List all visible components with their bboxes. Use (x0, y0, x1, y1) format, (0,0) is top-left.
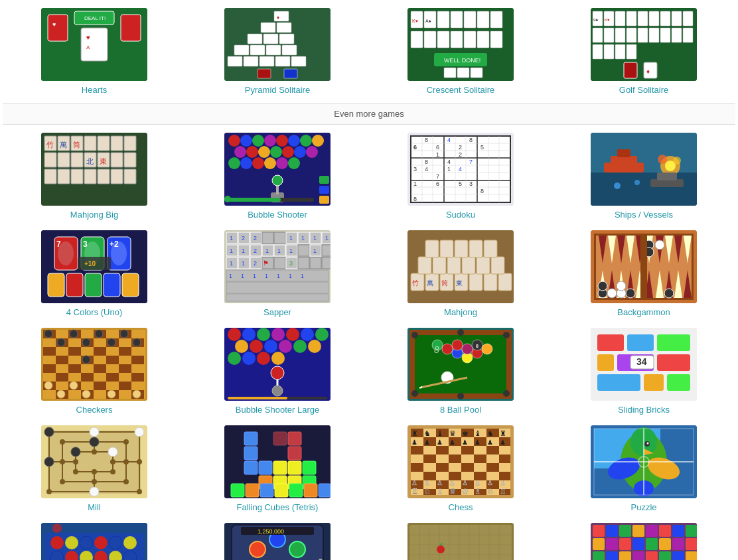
svg-point-586 (50, 536, 64, 549)
svg-rect-37 (411, 31, 423, 48)
svg-rect-338 (68, 347, 81, 356)
svg-rect-33 (451, 11, 463, 28)
svg-point-460 (137, 459, 142, 464)
svg-text:3: 3 (83, 240, 88, 249)
game-card-crescent[interactable]: WELL DONE! K♥ A♠ Crescent Solitaire (369, 3, 552, 100)
svg-text:1: 1 (241, 273, 244, 279)
svg-text:1: 1 (436, 151, 439, 158)
svg-text:♟: ♟ (475, 439, 480, 446)
game-card-8ball[interactable]: 8 8 8 Ball Pool (369, 322, 552, 420)
svg-text:2: 2 (254, 235, 257, 242)
svg-rect-663 (646, 525, 658, 537)
svg-point-423 (503, 390, 510, 397)
game-card-sliding[interactable]: 34 Sliding Bricks (552, 322, 735, 420)
svg-rect-669 (619, 538, 631, 550)
game-card-bricks[interactable]: Bricks (552, 518, 735, 560)
game-card-sapper[interactable]: 1 2 2 1 1 1 1 1 (186, 225, 369, 322)
game-card-hearts[interactable]: ♥ ♥ A DEAL IT! Hearts (3, 3, 186, 100)
game-card-backgammon[interactable]: Backgammon (552, 225, 735, 322)
svg-point-410 (482, 344, 492, 354)
game-card-falling[interactable]: Falling Cubes (Tetris) (186, 420, 369, 518)
game-label-4colors: 4 Colors (Uno) (66, 307, 123, 317)
game-card-mahjong[interactable]: 竹 萬 筒 東 Mahjong (369, 225, 552, 322)
svg-rect-677 (619, 551, 631, 560)
svg-text:1: 1 (289, 273, 292, 279)
svg-rect-73 (627, 44, 636, 59)
game-card-fours[interactable]: Fours (3, 518, 186, 560)
game-card-golf[interactable]: ♦ 9♣ K♥ Golf Solitaire (552, 3, 735, 100)
game-card-bubble-shooter[interactable]: Bubble Shooter (186, 127, 369, 225)
svg-rect-35 (477, 11, 489, 28)
svg-point-610 (52, 524, 62, 533)
game-card-snake[interactable]: Snake (369, 518, 552, 560)
svg-rect-351 (106, 373, 119, 382)
svg-point-116 (246, 146, 258, 158)
svg-rect-680 (659, 551, 671, 560)
svg-rect-64 (627, 28, 636, 42)
game-card-checkers[interactable]: Checkers (3, 322, 186, 420)
svg-text:♗: ♗ (475, 487, 481, 495)
svg-point-194 (634, 180, 640, 185)
svg-text:8: 8 (480, 188, 484, 194)
svg-rect-675 (593, 551, 605, 560)
svg-rect-220 (262, 232, 273, 244)
svg-rect-284 (425, 240, 439, 257)
svg-rect-288 (484, 240, 497, 257)
svg-text:1: 1 (289, 247, 293, 254)
svg-rect-39 (437, 31, 449, 48)
svg-point-365 (57, 338, 65, 346)
game-card-ships[interactable]: Ships / Vessels (552, 127, 735, 225)
svg-rect-282 (477, 257, 490, 274)
svg-point-384 (235, 340, 248, 353)
svg-point-114 (312, 135, 324, 147)
svg-rect-87 (44, 153, 56, 167)
svg-point-325 (664, 289, 674, 298)
game-card-sudoku[interactable]: 6 8 6 4 2 8 5 8 1 4 2 7 3 4 7 1 4 (369, 127, 552, 225)
svg-point-461 (73, 469, 78, 474)
svg-text:2: 2 (254, 260, 257, 267)
game-card-puzzle[interactable]: Puzzle (552, 420, 735, 518)
svg-point-391 (242, 352, 256, 365)
svg-text:♚: ♚ (462, 429, 469, 437)
svg-text:♟: ♟ (411, 439, 417, 446)
svg-rect-515 (449, 455, 461, 463)
svg-point-193 (614, 182, 621, 189)
svg-rect-32 (437, 11, 449, 28)
svg-point-317 (598, 281, 607, 291)
game-card-4colors[interactable]: 7 3 +2 +10 4 Col (3, 225, 186, 322)
svg-point-465 (92, 479, 97, 484)
svg-rect-59 (672, 11, 682, 26)
game-thumbnail-bricks (591, 523, 697, 560)
svg-rect-71 (604, 44, 614, 59)
game-thumbnail-mill (41, 425, 147, 498)
game-card-bubble-large[interactable]: Bubble Shooter Large (186, 322, 369, 420)
svg-text:4: 4 (425, 166, 428, 173)
svg-point-379 (257, 328, 270, 341)
svg-text:1: 1 (313, 235, 317, 242)
svg-text:1: 1 (313, 247, 317, 254)
svg-rect-100 (124, 169, 136, 184)
svg-point-409 (462, 344, 473, 354)
svg-rect-510 (411, 446, 423, 455)
svg-rect-21 (228, 56, 242, 66)
svg-text:5: 5 (459, 180, 462, 187)
svg-text:4: 4 (447, 159, 451, 165)
svg-rect-20 (282, 45, 297, 55)
game-card-mahjong-big[interactable]: 竹 萬 筒 北 東 Mahjong Big (3, 127, 186, 225)
svg-point-361 (44, 330, 52, 338)
game-card-pinball[interactable]: ▼ ▼ ▼ 1,250,000 Pinball (186, 518, 369, 560)
svg-point-111 (276, 135, 288, 147)
game-card-pyramid[interactable]: ♦ Pyramid Solitaire (186, 3, 369, 100)
game-card-mill[interactable]: Mill (3, 420, 186, 518)
svg-rect-400 (409, 330, 512, 399)
svg-rect-670 (632, 538, 644, 550)
svg-rect-276 (484, 273, 497, 291)
svg-text:♜: ♜ (500, 429, 506, 437)
svg-rect-498 (288, 447, 301, 460)
svg-point-127 (288, 157, 300, 169)
svg-rect-74 (624, 62, 637, 78)
svg-text:♞: ♞ (424, 429, 431, 437)
svg-point-324 (655, 240, 664, 249)
game-card-chess[interactable]: ♜ ♞ ♝ ♛ ♚ ♝ ♞ ♜ ♟ ♟ ♟ ♟ ♟ ♟ ♟ ♟ (369, 420, 552, 518)
svg-rect-518 (411, 463, 423, 472)
